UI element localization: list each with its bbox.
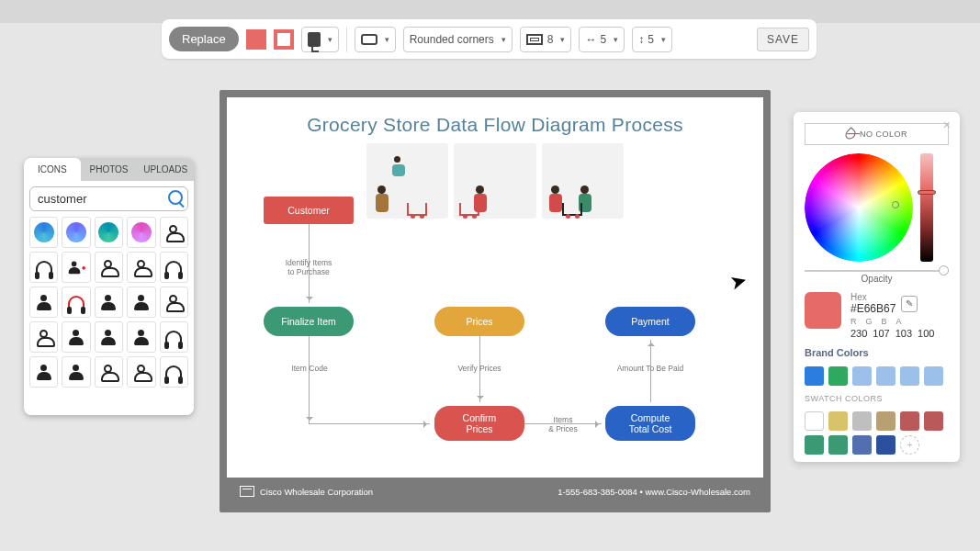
icon-panel-tabs: ICONS PHOTOS UPLOADS	[24, 158, 194, 181]
close-icon[interactable]: ×	[943, 118, 951, 132]
fill-color-swatch[interactable]	[246, 29, 266, 50]
icon-result[interactable]	[160, 287, 188, 318]
current-color-swatch	[805, 292, 841, 329]
edge-label: Item Code	[286, 364, 333, 373]
icon-results-grid: ●	[29, 217, 188, 388]
a-value[interactable]: 100	[918, 328, 934, 339]
tab-uploads[interactable]: UPLOADS	[137, 158, 194, 181]
tab-photos[interactable]: PHOTOS	[81, 158, 138, 181]
tab-icons[interactable]: ICONS	[24, 158, 81, 181]
swatch[interactable]	[876, 411, 896, 431]
a-label: A	[896, 317, 902, 326]
g-label: G	[866, 317, 873, 326]
edge-label: Items & Prices	[539, 415, 587, 433]
brand-swatch[interactable]	[900, 366, 919, 386]
swatch[interactable]	[805, 411, 824, 431]
icon-result[interactable]	[29, 287, 58, 318]
icon-result[interactable]	[127, 217, 155, 248]
node-customer[interactable]: Customer	[264, 197, 354, 224]
rectangle-icon	[361, 34, 377, 45]
node-finalize-item[interactable]: Finalize Item	[264, 307, 354, 336]
no-color-label: NO COLOR	[860, 129, 907, 139]
icon-result[interactable]	[95, 287, 123, 318]
swatch[interactable]	[924, 411, 943, 431]
replace-button[interactable]: Replace	[169, 27, 239, 51]
hex-value[interactable]: #E66B67	[850, 302, 896, 315]
node-payment[interactable]: Payment	[605, 307, 695, 336]
format-painter-dropdown[interactable]	[301, 27, 339, 52]
page-footer: Cisco Wholesale Corporation 1-555-683-38…	[227, 478, 763, 505]
padding-h-dropdown[interactable]: ↔ 5	[579, 27, 625, 52]
icon-result[interactable]	[62, 356, 90, 388]
corner-style-dropdown[interactable]: Rounded corners	[403, 27, 513, 52]
icon-result[interactable]	[29, 217, 58, 248]
icon-result[interactable]	[62, 217, 90, 248]
corners-label: Rounded corners	[410, 33, 494, 46]
swatch[interactable]	[828, 411, 848, 431]
shape-style-dropdown[interactable]	[355, 27, 396, 52]
r-value[interactable]: 230	[850, 328, 867, 339]
icon-result[interactable]	[160, 252, 188, 283]
padding-v-dropdown[interactable]: ↕ 5	[632, 27, 672, 52]
arrow-horizontal-icon: ↔	[585, 33, 595, 46]
shade-slider-handle[interactable]	[918, 190, 936, 195]
color-wheel[interactable]	[805, 153, 913, 262]
icon-result[interactable]	[127, 287, 155, 318]
g-value[interactable]: 107	[873, 328, 889, 339]
icon-result[interactable]	[127, 252, 155, 283]
icon-result[interactable]	[62, 287, 90, 318]
b-value[interactable]: 103	[896, 328, 912, 339]
icon-result[interactable]: ●	[62, 252, 90, 283]
icon-result[interactable]	[160, 217, 188, 248]
color-wheel-handle[interactable]	[892, 201, 899, 208]
icon-result[interactable]	[29, 356, 58, 388]
search-icon[interactable]	[168, 190, 183, 205]
icon-result[interactable]	[160, 321, 188, 353]
icon-result[interactable]	[95, 252, 123, 283]
brand-swatch[interactable]	[924, 366, 943, 386]
shade-slider[interactable]	[920, 153, 933, 262]
add-swatch-button[interactable]: +	[900, 435, 919, 455]
icon-result[interactable]	[95, 217, 123, 248]
icon-result[interactable]	[95, 356, 123, 388]
icon-library-panel: ICONS PHOTOS UPLOADS ●	[24, 158, 194, 415]
swatch[interactable]	[805, 435, 824, 455]
icon-result[interactable]	[127, 321, 155, 353]
swatch-colors-row: +	[805, 411, 949, 455]
padding-v-value: 5	[648, 33, 654, 46]
swatch[interactable]	[900, 411, 919, 431]
toolbar-divider	[346, 27, 347, 52]
opacity-slider[interactable]	[805, 270, 949, 272]
icon-result[interactable]	[62, 321, 90, 353]
node-prices[interactable]: Prices	[434, 307, 524, 336]
opacity-knob[interactable]	[939, 265, 949, 276]
color-picker-panel: × NO COLOR Opacity Hex #E66B67 ✎ R	[794, 112, 960, 462]
swatch[interactable]	[852, 411, 872, 431]
eyedropper-icon[interactable]: ✎	[901, 296, 918, 312]
icon-result[interactable]	[160, 356, 188, 388]
edge	[309, 423, 430, 424]
stroke-color-swatch[interactable]	[274, 29, 294, 50]
brand-swatch[interactable]	[852, 366, 872, 386]
no-color-button[interactable]: NO COLOR	[805, 123, 949, 145]
icon-result[interactable]	[29, 252, 58, 283]
swatch[interactable]	[852, 435, 872, 455]
brand-swatch[interactable]	[828, 366, 848, 386]
brand-swatch[interactable]	[805, 366, 824, 386]
canvas-page[interactable]: Grocery Store Data Flow Diagram Process …	[227, 97, 763, 505]
swatch[interactable]	[828, 435, 848, 455]
node-compute-total-cost[interactable]: Compute Total Cost	[605, 406, 695, 441]
brand-swatch[interactable]	[876, 366, 896, 386]
swatch[interactable]	[876, 435, 896, 455]
footer-company: Cisco Wholesale Corporation	[260, 487, 373, 497]
icon-result[interactable]	[29, 321, 58, 353]
icon-result[interactable]	[95, 321, 123, 353]
save-button[interactable]: SAVE	[757, 28, 809, 51]
b-label: B	[882, 317, 887, 326]
header-illustration	[366, 143, 624, 219]
border-weight-dropdown[interactable]: 8	[520, 27, 572, 52]
padding-h-value: 5	[600, 33, 606, 46]
icon-search-input[interactable]	[29, 186, 188, 211]
icon-result[interactable]	[127, 356, 155, 388]
node-confirm-prices[interactable]: Confirm Prices	[434, 406, 524, 441]
